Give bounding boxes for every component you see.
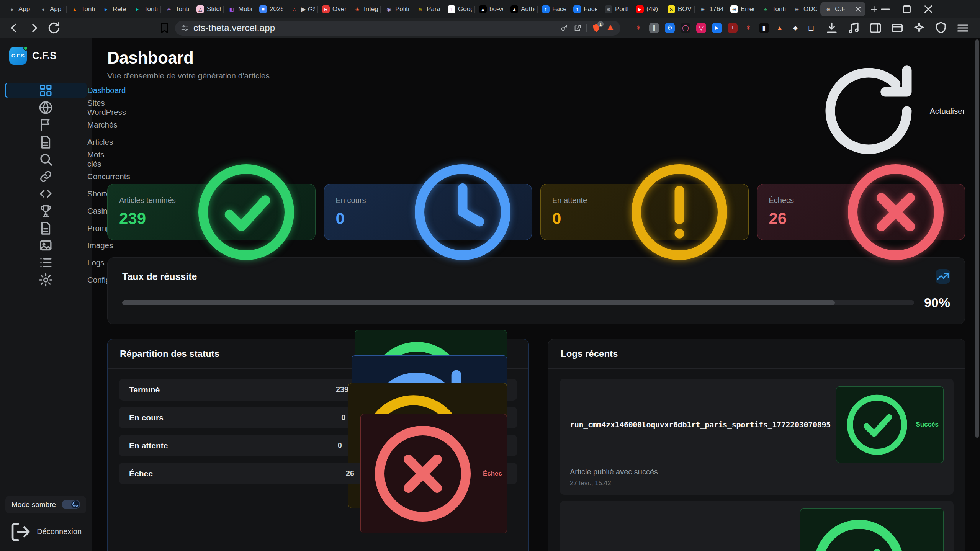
shield-icon[interactable]: 1 [591, 23, 601, 33]
extension-icon[interactable]: ⚙ [665, 23, 675, 33]
browser-toolbar: cfs-theta.vercel.app 1 ☀ ∥ ⚙ ◯ ▽ ► + ☀ ▮ [0, 18, 980, 38]
status-row-label: En cours [129, 413, 164, 422]
extension-icon[interactable]: ◯ [681, 23, 690, 33]
tab-title: App Sto [18, 5, 32, 13]
sidebar-item[interactable]: Sites WordPress [5, 100, 87, 115]
site-settings-icon[interactable] [180, 24, 189, 32]
extension-icon[interactable]: ▽ [696, 23, 706, 33]
sidebar-item-icon [10, 83, 82, 98]
sidebar-item[interactable]: Marchés [5, 117, 87, 132]
scrollbar[interactable] [975, 39, 979, 438]
tab-title: bo-vo- [489, 5, 503, 13]
browser-tab[interactable]: f Facebo [538, 0, 569, 18]
sidebar-item[interactable]: Dashboard [5, 83, 87, 98]
sidebar-panel-icon[interactable] [868, 21, 883, 35]
stat-value: 0 [552, 209, 587, 228]
extension-icon[interactable]: ◆ [790, 23, 800, 33]
browser-tab[interactable]: ► Tontine [129, 0, 161, 18]
browser-tab[interactable]: ⊛ Erreur [726, 0, 757, 18]
browser-tab[interactable]: ▲ Authent [506, 0, 538, 18]
browser-tab[interactable]: ☀ Intégre [349, 0, 381, 18]
extension-icon[interactable]: ◰ [806, 23, 816, 33]
browser-tab[interactable]: ► (49) You [632, 0, 663, 18]
browser-tab[interactable]: ⊕ ODORA [789, 0, 820, 18]
minimize-button[interactable] [879, 3, 892, 16]
refresh-button[interactable]: Actualiser [811, 54, 965, 168]
browser-tab[interactable]: ▲ bo-vo- [475, 0, 506, 18]
sidebar-item[interactable]: Logs [5, 255, 87, 270]
extension-icon[interactable]: ∥ [649, 23, 659, 33]
browser-tab[interactable]: ☺ Paramè [412, 0, 443, 18]
reload-button[interactable] [47, 21, 61, 35]
new-tab-button[interactable] [869, 3, 879, 16]
extension-icon[interactable]: ► [712, 23, 722, 33]
browser-tab[interactable]: ● App Sto [4, 0, 35, 18]
maximize-button[interactable] [900, 3, 913, 16]
extension-icon[interactable]: ▲ [775, 23, 785, 33]
browser-tab[interactable]: ☀ Tontine [161, 0, 192, 18]
browser-tab[interactable]: ♣ Tontine [757, 0, 789, 18]
media-icon[interactable] [846, 21, 861, 35]
dark-mode-toggle[interactable] [62, 500, 80, 509]
sidebar-item[interactable]: Casinos [5, 203, 87, 219]
tab-title: ▶ GSC [301, 5, 315, 13]
extension-icon[interactable]: ☀ [633, 23, 643, 33]
bookmark-icon[interactable] [158, 21, 171, 35]
sidebar-item-icon [10, 186, 82, 201]
vpn-icon[interactable] [934, 21, 948, 35]
key-icon[interactable] [560, 24, 569, 32]
sidebar-item[interactable]: Mots clés [5, 152, 87, 167]
brand-name: C.F.S [32, 50, 57, 62]
tab-favicon: ∴ [291, 5, 298, 13]
log-entry: run_cmm4zx146000loquvxr6db1rt_casino_177… [560, 501, 954, 551]
status-row-label: En attente [129, 441, 168, 450]
share-icon[interactable] [573, 24, 582, 32]
extension-icon[interactable]: ▮ [759, 23, 769, 33]
browser-tab[interactable]: ● App Sto [35, 0, 67, 18]
stat-card: En cours 0 [324, 184, 532, 240]
status-row-count: 0 [338, 441, 342, 450]
browser-tab[interactable]: ▲ Tontine [67, 0, 98, 18]
browser-tab[interactable]: 1 Google [443, 0, 475, 18]
browser-tab[interactable]: ≡ 2026-0 [255, 0, 286, 18]
leo-ai-icon[interactable] [912, 21, 926, 35]
browser-tab[interactable]: f Facebo [569, 0, 600, 18]
extension-icon[interactable]: + [728, 23, 738, 33]
browser-tab[interactable]: ► Release [98, 0, 129, 18]
browser-tab[interactable]: ⊕ C.F [820, 2, 865, 16]
close-button[interactable] [922, 3, 935, 16]
browser-tab[interactable]: ◉ Politiqu [381, 0, 412, 18]
browser-tab[interactable]: ≋ Portfoli [600, 0, 632, 18]
wallet-icon[interactable] [890, 21, 905, 35]
extension-icon[interactable]: ☀ [743, 23, 753, 33]
sidebar-item[interactable]: Prompts [5, 221, 87, 236]
back-button[interactable] [7, 21, 21, 35]
status-dot [23, 46, 28, 51]
browser-tab[interactable]: R Overvie [318, 0, 349, 18]
sidebar-item[interactable]: Concurrents [5, 169, 87, 184]
sidebar-item[interactable]: Images [5, 238, 87, 253]
tab-title: Facebo [584, 5, 597, 13]
sidebar-bottom: Mode sombre Déconnexion [0, 491, 92, 551]
sidebar-item[interactable]: Configuration [5, 272, 87, 288]
forward-button[interactable] [27, 21, 41, 35]
menu-icon[interactable] [955, 21, 970, 35]
browser-tab[interactable]: ⊕ 176441 [695, 0, 726, 18]
trending-icon-button[interactable] [936, 269, 950, 284]
sidebar-item[interactable]: Articles [5, 134, 87, 150]
url-text[interactable]: cfs-theta.vercel.app [193, 23, 556, 33]
browser-tab[interactable]: ◧ Mobile [224, 0, 255, 18]
status-row-count: 26 [346, 469, 354, 478]
browser-tab[interactable]: △ Stitch - [192, 0, 224, 18]
tab-close-icon[interactable] [854, 5, 862, 13]
logout-button[interactable]: Déconnexion [5, 513, 86, 543]
downloads-icon[interactable] [825, 21, 839, 35]
brave-logo[interactable] [606, 23, 615, 33]
sidebar-item[interactable]: Shortcodes [5, 186, 87, 201]
url-bar[interactable]: cfs-theta.vercel.app 1 [175, 21, 620, 36]
log-run-id: run_cmm4zx146000loquvxr6db1rt_paris_spor… [570, 420, 831, 429]
browser-tab[interactable]: S BOVO_ [663, 0, 695, 18]
browser-tab[interactable]: ∴ ▶ GSC [286, 0, 318, 18]
stat-card: En attente 0 [540, 184, 749, 240]
tab-favicon: ◧ [228, 5, 236, 13]
